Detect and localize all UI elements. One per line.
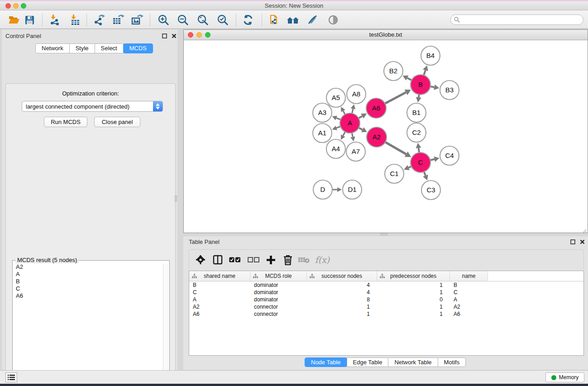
column-header-shared-name[interactable]: shared name (189, 271, 250, 281)
minimize-window-button[interactable] (13, 3, 19, 9)
first-neighbors-icon[interactable] (285, 12, 301, 28)
table-options-icon[interactable] (193, 252, 208, 267)
graph-edge-C-C3[interactable] (424, 172, 425, 176)
task-history-button[interactable] (5, 372, 17, 382)
column-header-predecessor-nodes[interactable]: predecessor nodes (377, 271, 450, 281)
graph-node-label: C3 (426, 186, 435, 194)
mcds-result-list[interactable]: A2ABCA6 (13, 263, 163, 386)
export-image-icon[interactable] (129, 12, 145, 28)
result-item[interactable]: C (13, 285, 163, 292)
column-header-mcds-role[interactable]: MCDS role (250, 271, 307, 281)
graph-edge-A-A8[interactable] (352, 109, 353, 113)
close-window-button[interactable] (5, 3, 11, 9)
column-header-successor-nodes[interactable]: successor nodes (307, 271, 377, 281)
graph-edge-C-C4[interactable] (430, 159, 434, 160)
search-input[interactable] (462, 17, 583, 23)
import-network-icon[interactable] (47, 12, 63, 28)
graph-node-label: B3 (445, 86, 454, 94)
criterion-dropdown[interactable]: largest connected component (directed) (22, 101, 163, 112)
node-table[interactable]: shared nameMCDS rolesuccessor nodesprede… (189, 271, 584, 356)
graph-edge-A-A7[interactable] (352, 133, 353, 137)
graph-edge-B-B4[interactable] (424, 70, 425, 75)
result-item[interactable]: A (13, 271, 163, 278)
tab-node-table[interactable]: Node Table (305, 357, 347, 367)
graph-edge-A2-C[interactable] (385, 142, 406, 154)
graph-edge-A-A5[interactable] (343, 111, 345, 114)
table-row[interactable]: A6connector11A6 (189, 310, 583, 318)
column-header-name[interactable]: name (450, 271, 488, 281)
close-panel-icon[interactable] (171, 33, 177, 39)
graph-edge-A-A4[interactable] (343, 132, 345, 136)
memory-button[interactable]: Memory (545, 372, 584, 382)
table-row[interactable]: Adominator80A (189, 296, 583, 303)
graphics-details-icon[interactable] (325, 12, 341, 28)
open-session-icon[interactable] (6, 12, 22, 28)
tab-network-table[interactable]: Network Table (388, 357, 438, 367)
tab-select[interactable]: Select (95, 43, 124, 53)
graph-edge-A-A3[interactable] (336, 118, 340, 120)
run-mcds-button[interactable]: Run MCDS (44, 117, 87, 127)
delete-row-icon[interactable] (280, 252, 296, 267)
column-visibility-icon[interactable] (210, 252, 225, 267)
graph-edge-B-B3[interactable] (430, 86, 435, 87)
graph-edge-C-C2[interactable] (419, 148, 419, 152)
close-panel-button[interactable]: Close panel (94, 117, 140, 127)
toolbar-separator (42, 13, 43, 26)
split-pane-gripper[interactable] (380, 233, 387, 235)
duplicate-network-icon[interactable] (267, 12, 283, 28)
tab-network[interactable]: Network (35, 43, 70, 53)
tab-edge-table[interactable]: Edge Table (347, 357, 389, 367)
search-field[interactable] (450, 14, 583, 25)
table-row[interactable]: A2connector11A2 (189, 303, 583, 310)
export-table-icon[interactable] (110, 12, 126, 28)
select-all-icon[interactable] (227, 252, 243, 267)
zoom-selected-icon[interactable] (215, 12, 231, 28)
float-table-panel-icon[interactable] (569, 238, 576, 245)
zoom-in-icon[interactable] (155, 12, 172, 28)
network-graph-canvas[interactable]: AA1A2A3A4A5A6A7A8BB1B2B3B4CC1C2C3C4DD1 (184, 41, 588, 233)
apply-preferred-layout-icon[interactable] (240, 12, 256, 28)
graph-edge-A-A2[interactable] (359, 128, 362, 129)
delete-table-icon[interactable] (296, 252, 311, 267)
close-table-panel-icon[interactable] (579, 238, 585, 245)
graph-node-label: A1 (318, 129, 326, 137)
optimization-criterion-label: Optimization criterion: (6, 90, 175, 97)
network-minimize-button[interactable] (196, 32, 202, 38)
tab-style[interactable]: Style (69, 43, 95, 53)
column-label: predecessor nodes (390, 273, 436, 279)
window-resize-grip[interactable] (582, 227, 587, 232)
result-item[interactable]: A6 (13, 292, 163, 300)
network-close-button[interactable] (188, 32, 193, 38)
table-row[interactable]: Cdominator41C (189, 289, 583, 296)
graph-edge-A-A1[interactable] (336, 126, 340, 128)
save-session-icon[interactable] (21, 12, 38, 28)
add-row-icon[interactable] (263, 252, 278, 267)
tab-motifs[interactable]: Motifs (438, 357, 466, 367)
import-table-icon[interactable] (67, 12, 83, 28)
hide-annotations-icon[interactable] (304, 12, 320, 28)
zoom-window-button[interactable] (21, 3, 26, 9)
table-cell: C (450, 289, 488, 295)
float-panel-icon[interactable] (161, 33, 167, 39)
table-toolbar: f(x) (189, 249, 584, 269)
graph-node-label: D (320, 186, 325, 193)
graph-edge-B-B2[interactable] (407, 78, 412, 80)
result-item[interactable]: A2 (13, 263, 163, 271)
tab-mcds[interactable]: MCDS (123, 43, 153, 53)
network-zoom-button[interactable] (205, 32, 210, 38)
table-cell: 4 (307, 282, 377, 288)
table-row[interactable]: Bdominator41B (189, 281, 583, 289)
zoom-out-icon[interactable] (175, 12, 191, 28)
desktop-background (0, 384, 588, 386)
result-scrollbar[interactable] (163, 263, 169, 386)
export-network-icon[interactable] (91, 12, 107, 28)
graph-edge-A-A6[interactable] (359, 116, 362, 118)
deselect-all-icon[interactable] (246, 252, 261, 267)
graph-edge-A6-B[interactable] (385, 92, 406, 104)
function-builder-icon[interactable]: f(x) (312, 252, 332, 267)
graph-node-label: B1 (412, 109, 421, 116)
result-item[interactable]: B (13, 278, 163, 285)
graph-node-label: A7 (352, 148, 360, 155)
panel-resize-gripper[interactable] (175, 195, 177, 202)
zoom-fit-content-icon[interactable] (195, 12, 211, 28)
